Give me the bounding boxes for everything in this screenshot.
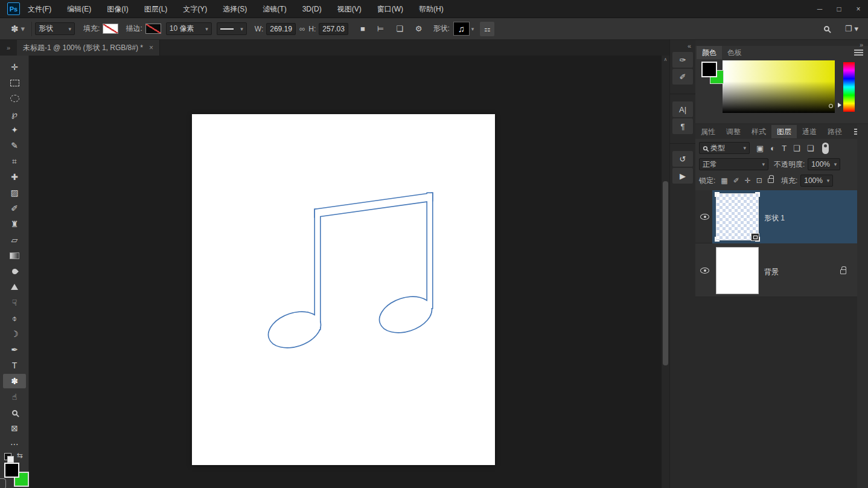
filter-pixel-layers-icon[interactable]: ▣	[756, 144, 764, 153]
chevron-down-icon[interactable]: ▾	[471, 26, 474, 32]
menu-view[interactable]: 视图(V)	[330, 0, 369, 18]
canvas-vertical-scrollbar[interactable]: ∧	[662, 56, 669, 488]
opacity-select[interactable]: 100% ▾	[808, 158, 840, 170]
hue-slider-marker[interactable]	[838, 103, 841, 108]
custom-shape-tool[interactable]: ✽	[0, 373, 29, 389]
visibility-eye-icon[interactable]	[700, 214, 709, 220]
brush-settings-panel-button[interactable]: ✑	[672, 52, 693, 68]
pen-tool[interactable]: ✒	[0, 342, 29, 358]
move-tool[interactable]: ✛	[0, 59, 29, 75]
tab-overflow-icon[interactable]: »	[0, 44, 17, 51]
sharpen-tool[interactable]	[0, 279, 29, 295]
canvas-area[interactable]	[29, 56, 662, 488]
link-dimensions-icon[interactable]: ∞	[296, 24, 308, 33]
saturation-brightness-field[interactable]	[723, 60, 835, 113]
document-tab[interactable]: 未标题-1 @ 100% (形状 1, RGB/8#) * ×	[17, 40, 160, 56]
default-colors-button[interactable]	[4, 453, 11, 460]
visibility-eye-icon[interactable]	[700, 268, 709, 274]
tab-swatches[interactable]: 色板	[722, 46, 747, 59]
lock-artboard-icon[interactable]: ⊡	[756, 176, 762, 185]
layer-filter-select[interactable]: 类型 ▾	[699, 142, 750, 154]
magic-wand-tool[interactable]: ✦	[0, 122, 29, 138]
tab-styles[interactable]: 样式	[746, 125, 771, 138]
shape-height-input[interactable]: 257.03	[319, 23, 348, 35]
menu-image[interactable]: 图像(I)	[99, 0, 136, 18]
filter-smart-objects-icon[interactable]: ❏	[807, 144, 814, 153]
foreground-color-swatch[interactable]	[4, 463, 19, 478]
filter-adjustment-layers-icon[interactable]: ◐	[770, 144, 775, 153]
close-button[interactable]: ×	[849, 0, 868, 18]
workspace-switcher-button[interactable]: ❐ ▾	[841, 24, 862, 33]
frame-tool[interactable]: ⊠	[0, 420, 29, 436]
blur-tool[interactable]	[0, 263, 29, 279]
path-arrangement-button[interactable]: ❏	[392, 24, 407, 33]
search-icon[interactable]	[824, 26, 829, 31]
eraser-tool[interactable]: ▱	[0, 232, 29, 248]
path-alignment-button[interactable]: ⊨	[374, 24, 388, 33]
stroke-type-select[interactable]: ▾	[217, 22, 247, 35]
filter-toggle-icon[interactable]	[822, 143, 829, 154]
tab-layers[interactable]: 图层	[771, 125, 797, 138]
rectangular-marquee-tool[interactable]	[0, 75, 29, 91]
expand-panels-icon[interactable]: «	[670, 40, 695, 51]
smudge-tool[interactable]: ☟	[0, 295, 29, 310]
panel-menu-icon[interactable]	[854, 50, 863, 56]
constrain-path-button[interactable]: ⚏	[480, 22, 494, 36]
collapse-panels-icon[interactable]: »	[860, 41, 863, 48]
spot-healing-brush-tool[interactable]: ✚	[0, 169, 29, 185]
shape-picker-thumbnail[interactable]: ♫	[453, 22, 470, 36]
fill-swatch[interactable]	[103, 24, 118, 34]
character-panel-button[interactable]: A|	[672, 101, 693, 117]
layer-thumbnail[interactable]	[716, 247, 759, 294]
lock-all-icon[interactable]	[768, 178, 774, 183]
layer-row-shape1[interactable]: 形状 1	[695, 190, 857, 243]
menu-select[interactable]: 选择(S)	[215, 0, 255, 18]
tab-properties[interactable]: 属性	[695, 125, 721, 138]
crop-tool[interactable]: ⌗	[0, 153, 29, 169]
clone-stamp-tool[interactable]: ♜	[0, 216, 29, 232]
close-tab-icon[interactable]: ×	[149, 43, 153, 52]
dodge-tool[interactable]: ⌽	[0, 310, 29, 326]
layer-row-background[interactable]: 背景	[695, 244, 857, 297]
menu-window[interactable]: 窗口(W)	[369, 0, 411, 18]
menu-type[interactable]: 文字(Y)	[175, 0, 215, 18]
filter-type-layers-icon[interactable]: T	[782, 144, 787, 153]
shape-width-input[interactable]: 269.19	[266, 23, 296, 35]
lock-transparent-pixels-icon[interactable]: ▦	[721, 176, 727, 185]
history-panel-button[interactable]: ↺	[672, 151, 693, 167]
menu-help[interactable]: 帮助(H)	[411, 0, 452, 18]
tool-preset-button[interactable]: ✽ ▾	[7, 24, 28, 34]
edit-toolbar-button[interactable]: ⋯	[0, 436, 29, 452]
stroke-width-select[interactable]: 10 像素 ▾	[166, 22, 212, 35]
lasso-tool[interactable]: ℘	[0, 106, 29, 122]
maximize-button[interactable]: □	[829, 0, 849, 18]
brushes-panel-button[interactable]: ✐	[672, 69, 693, 85]
tab-paths[interactable]: 路径	[822, 125, 847, 138]
layer-thumbnail[interactable]	[716, 193, 759, 240]
patch-tool[interactable]: ▨	[0, 185, 29, 201]
menu-file[interactable]: 文件(F)	[20, 0, 59, 18]
lock-position-icon[interactable]: ✛	[745, 176, 751, 185]
layer-name[interactable]: 背景	[764, 267, 779, 277]
minimize-button[interactable]: ─	[810, 0, 829, 18]
menu-3d[interactable]: 3D(D)	[295, 0, 330, 18]
elliptical-marquee-tool[interactable]	[0, 91, 29, 106]
lock-image-pixels-icon[interactable]: ✐	[733, 176, 739, 185]
path-operations-button[interactable]: ■	[357, 24, 369, 33]
brush-tool[interactable]: ✐	[0, 201, 29, 216]
menu-layer[interactable]: 图层(L)	[136, 0, 176, 18]
scroll-up-icon[interactable]: ∧	[662, 57, 669, 62]
tab-color[interactable]: 颜色	[697, 46, 722, 59]
hue-slider[interactable]	[843, 62, 855, 112]
foreground-color-swatch[interactable]	[701, 62, 717, 77]
filter-shape-layers-icon[interactable]: ❑	[793, 144, 800, 153]
stroke-swatch[interactable]	[145, 24, 161, 34]
tab-channels[interactable]: 通道	[797, 125, 822, 138]
fill-select[interactable]: 100% ▾	[800, 175, 833, 187]
artboard[interactable]	[192, 114, 495, 465]
type-tool[interactable]: T	[0, 358, 29, 373]
geometry-options-gear-button[interactable]: ⚙	[412, 24, 426, 33]
layer-name[interactable]: 形状 1	[764, 213, 785, 223]
tool-mode-select[interactable]: 形状 ▾	[35, 22, 75, 35]
blend-mode-select[interactable]: 正常 ▾	[699, 158, 768, 170]
